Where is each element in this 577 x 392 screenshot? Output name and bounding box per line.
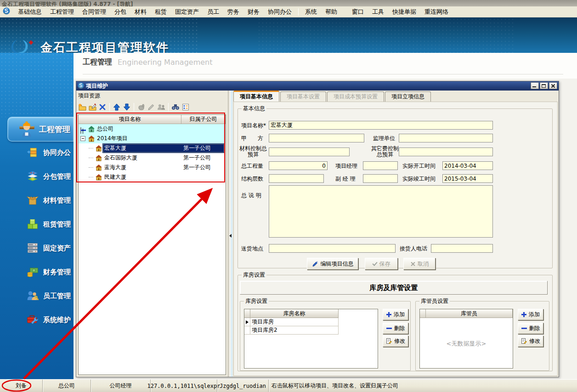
edit-pencil-icon[interactable] xyxy=(146,102,156,112)
receiver-phone-input[interactable] xyxy=(431,244,493,253)
panel-splitter[interactable] xyxy=(228,91,232,377)
row-indicator-header xyxy=(420,309,426,318)
sidebar-item-engineering[interactable]: 工程管理 xyxy=(7,117,74,142)
move-down-icon[interactable] xyxy=(122,102,132,112)
minus-icon xyxy=(386,328,392,329)
sidebar-item-rental[interactable]: 租赁管理 xyxy=(0,212,74,236)
menu-item-employee[interactable]: 员工 xyxy=(203,7,223,17)
tree-row-head-office[interactable]: 总公司 xyxy=(79,124,226,134)
menu-item-reconnect[interactable]: 重连网络 xyxy=(420,7,453,17)
edit-project-button[interactable]: 编辑项目信息 xyxy=(307,258,358,270)
end-date-label: 实际竣工时间 xyxy=(402,175,436,183)
warehouse-name-column[interactable]: 库房名称 xyxy=(250,309,339,318)
warehouse-modify-button[interactable]: 修改 xyxy=(383,335,408,347)
tree-column-project-name[interactable]: 项目名称 xyxy=(79,115,181,124)
sidebar-item-maintenance[interactable]: 系统维护 xyxy=(0,308,74,332)
find-binoculars-icon[interactable] xyxy=(170,102,181,112)
keeper-grid: 库管员 <无数据显示> xyxy=(419,309,513,369)
sidebar-item-subcontract[interactable]: 分包管理 xyxy=(0,165,74,188)
move-up-icon[interactable] xyxy=(112,102,122,112)
page-title: 工程管理 xyxy=(83,57,112,67)
supervisor-input[interactable] xyxy=(399,134,493,142)
party-a-input[interactable] xyxy=(269,134,364,142)
collapse-arrow-icon[interactable] xyxy=(229,234,232,238)
sidebar-item-collaboration[interactable]: 协同办公 xyxy=(0,141,74,165)
keeper-add-button[interactable]: 添加 xyxy=(518,309,543,320)
menu-item-collaboration[interactable]: 协同办公 xyxy=(264,7,296,17)
warehouse-row[interactable]: 项目库房2 xyxy=(244,326,339,335)
hand-pointer-icon[interactable] xyxy=(136,102,146,112)
floors-label: 结构层数 xyxy=(241,175,263,183)
save-button[interactable]: 保存 xyxy=(365,258,398,270)
delete-icon[interactable] xyxy=(97,102,107,112)
close-button[interactable] xyxy=(549,82,557,89)
sidebar-item-fixed-assets[interactable]: 固定资产 xyxy=(0,236,74,260)
total-quantity-input[interactable] xyxy=(269,161,328,170)
expand-minus-icon[interactable] xyxy=(80,136,85,141)
app-logo-icon xyxy=(3,7,10,16)
check-icon xyxy=(372,261,377,266)
status-db-name: Jzgdgl_ruodian xyxy=(217,380,269,392)
floors-input[interactable] xyxy=(269,174,324,183)
delete-button-label: 删除 xyxy=(394,324,405,332)
sidebar-item-finance[interactable]: 财务管理 xyxy=(0,260,74,284)
tree-node-label: 民建大厦 xyxy=(104,172,126,182)
menu-item-labor[interactable]: 劳务 xyxy=(223,7,243,17)
menu-item-contract[interactable]: 合同管理 xyxy=(78,7,110,17)
menu-item-engineering[interactable]: 工程管理 xyxy=(46,7,78,17)
menu-item-material[interactable]: 材料 xyxy=(130,7,151,17)
cancel-button[interactable]: 取消 xyxy=(403,258,436,270)
start-date-input[interactable] xyxy=(442,161,493,170)
menu-item-quick-docs[interactable]: 快捷单据 xyxy=(388,7,420,17)
tree-node-company: 第一子公司 xyxy=(183,163,211,172)
tree-column-subsidiary[interactable]: 归属子公司 xyxy=(181,115,226,124)
minimize-button[interactable] xyxy=(531,82,539,89)
menu-item-basic-info[interactable]: 基础信息 xyxy=(14,7,46,17)
tab-project-basic-info[interactable]: 项目基本信息 xyxy=(233,91,279,102)
material-budget-input[interactable] xyxy=(269,148,350,156)
warehouse-row[interactable]: 项目库房 xyxy=(244,318,339,326)
keeper-subgroup: 库管员设置 库管员 <无数据显示> xyxy=(415,297,549,371)
menu-item-fixed-assets[interactable]: 固定资产 xyxy=(171,7,203,17)
project-tree: 项目名称 归属子公司 总公司 xyxy=(78,114,226,375)
menu-item-window[interactable]: 窗口 xyxy=(348,7,368,17)
menu-item-rental[interactable]: 租赁 xyxy=(151,7,171,17)
sidebar-item-employee[interactable]: 员工管理 xyxy=(0,284,74,308)
users-icon[interactable] xyxy=(156,102,166,112)
menu-item-finance[interactable]: 财务 xyxy=(243,7,264,17)
view-options-icon[interactable] xyxy=(181,102,191,112)
tab-project-basic-settings[interactable]: 项目基本设置 xyxy=(280,91,326,102)
end-date-input[interactable] xyxy=(442,174,493,183)
menu-item-system[interactable]: 系统 xyxy=(301,7,321,17)
tree-row-minjian-tower[interactable]: 民建大厦 xyxy=(79,172,226,182)
description-textarea[interactable] xyxy=(269,185,493,238)
minus-icon xyxy=(521,328,527,329)
keeper-modify-button[interactable]: 修改 xyxy=(518,335,543,347)
deputy-manager-input[interactable] xyxy=(363,174,398,183)
menu-item-help[interactable]: 帮助 xyxy=(321,7,341,17)
tree-node-label: 宏基大厦 xyxy=(104,143,126,153)
keeper-delete-button[interactable]: 删除 xyxy=(518,323,543,334)
new-folder-icon[interactable] xyxy=(77,102,87,112)
menu-item-tools[interactable]: 工具 xyxy=(368,7,388,17)
warehouse-delete-button[interactable]: 删除 xyxy=(383,323,408,334)
tree-row-lanhai-tower[interactable]: 蓝海大厦 第一子公司 xyxy=(79,163,226,172)
tab-project-cost-budget[interactable]: 项目成本预算设置 xyxy=(327,91,384,102)
tab-project-approval-info[interactable]: 项目立项信息 xyxy=(385,91,431,102)
project-name-input[interactable] xyxy=(269,121,493,130)
menu-item-subcontract[interactable]: 分包 xyxy=(110,7,130,17)
status-db-server: 127.0.0.1,1011\sqlexpr xyxy=(151,380,217,392)
keeper-column[interactable]: 库管员 xyxy=(426,309,513,318)
tree-row-2014-projects[interactable]: 2014年项目 xyxy=(79,134,226,143)
warehouse-add-button[interactable]: 添加 xyxy=(383,309,408,320)
tree-row-jinshi-intl-tower[interactable]: 金石国际大厦 第一子公司 xyxy=(79,153,226,163)
other-budget-input[interactable] xyxy=(399,148,493,156)
status-bar: 刘备 总公司 公司经理 127.0.0.1,1011\sqlexpr Jzgdg… xyxy=(0,379,577,392)
delivery-address-label: 送货地点 xyxy=(241,245,263,253)
sidebar-item-material[interactable]: 材料管理 xyxy=(0,188,74,212)
maximize-button[interactable] xyxy=(540,82,548,89)
project-manager-input[interactable] xyxy=(363,161,398,170)
edit-folder-icon[interactable] xyxy=(87,102,97,112)
tree-row-hongji-tower[interactable]: 宏基大厦 第一子公司 xyxy=(79,143,226,153)
delivery-address-input[interactable] xyxy=(269,244,396,253)
